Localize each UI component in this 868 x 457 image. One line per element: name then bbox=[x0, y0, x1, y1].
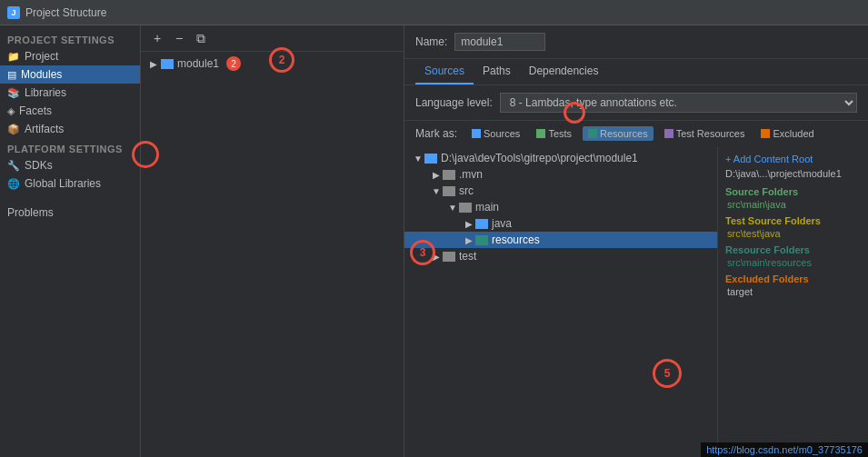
test-resources-color-dot bbox=[664, 129, 673, 138]
resources-color-dot bbox=[588, 129, 597, 138]
titlebar: J Project Structure bbox=[0, 0, 868, 25]
sidebar-item-label: Artifacts bbox=[25, 123, 64, 135]
tab-sources[interactable]: Sources bbox=[415, 59, 474, 84]
java-label: java bbox=[492, 217, 512, 230]
sidebar-item-label: Global Libraries bbox=[25, 177, 101, 190]
annotation-5-circle: 5 bbox=[653, 359, 682, 388]
test-label: test bbox=[459, 250, 476, 263]
tab-paths[interactable]: Paths bbox=[474, 59, 520, 84]
annotation-2-circle: 2 bbox=[269, 47, 294, 73]
mark-test-resources-label: Test Resources bbox=[676, 128, 745, 139]
module-badge: 2 bbox=[226, 56, 241, 71]
root-arrow: ▼ bbox=[412, 154, 424, 164]
mark-as-label: Mark as: bbox=[415, 127, 457, 140]
root-folder-icon bbox=[424, 154, 437, 164]
project-settings-label: Project Settings bbox=[0, 29, 140, 47]
test-source-folders-title: Test Source Folders bbox=[725, 215, 861, 226]
mark-test-resources-button[interactable]: Test Resources bbox=[659, 126, 751, 141]
tab-paths-label: Paths bbox=[483, 65, 511, 77]
source-folders-value: src\main\java bbox=[725, 199, 861, 210]
resources-arrow: ▶ bbox=[463, 235, 475, 245]
content-body: ▼ D:\java\devTools\gitrepo\project\modul… bbox=[404, 146, 868, 457]
mark-tests-button[interactable]: Tests bbox=[531, 126, 577, 141]
name-input[interactable] bbox=[454, 33, 545, 51]
modules-icon: ▤ bbox=[7, 69, 16, 81]
artifacts-icon: 📦 bbox=[7, 124, 20, 135]
facets-icon: ◈ bbox=[7, 105, 15, 117]
libraries-icon: 📚 bbox=[7, 87, 20, 99]
mark-excluded-button[interactable]: Excluded bbox=[755, 126, 819, 141]
language-level-label: Language level: bbox=[415, 96, 493, 109]
tree-item[interactable]: ▶ test bbox=[404, 248, 717, 264]
mark-resources-label: Resources bbox=[600, 128, 648, 139]
sidebar-item-project[interactable]: 📁 Project bbox=[0, 47, 140, 65]
tab-badge-circle bbox=[564, 102, 585, 124]
annotation-3-label: 3 bbox=[420, 246, 426, 259]
main-arrow: ▼ bbox=[446, 203, 459, 213]
language-level-row: Language level: 8 - Lambdas, type annota… bbox=[404, 85, 868, 121]
annotation-2-label: 2 bbox=[279, 54, 285, 66]
add-content-root-link[interactable]: + Add Content Root bbox=[725, 154, 861, 164]
content-header: Name: bbox=[404, 25, 868, 59]
excluded-color-dot bbox=[761, 129, 770, 138]
tree-item-resources[interactable]: ▶ resources bbox=[404, 232, 717, 248]
resources-folder-icon bbox=[475, 235, 488, 245]
sidebar-item-label: Project bbox=[25, 50, 58, 63]
sidebar-item-problems[interactable]: Problems bbox=[0, 204, 140, 222]
module-toolbar: + − ⧉ bbox=[141, 25, 404, 52]
sdks-icon: 🔧 bbox=[7, 160, 20, 172]
src-arrow: ▼ bbox=[430, 186, 443, 196]
name-label: Name: bbox=[415, 35, 447, 48]
sidebar-item-global-libraries[interactable]: 🌐 Global Libraries bbox=[0, 174, 140, 193]
artifacts-circle bbox=[132, 141, 159, 168]
java-arrow: ▶ bbox=[463, 219, 475, 229]
mark-tests-label: Tests bbox=[548, 128, 572, 139]
add-module-button[interactable]: + bbox=[148, 29, 166, 47]
tab-sources-label: Sources bbox=[424, 65, 464, 77]
tabs-bar: Sources Paths Dependencies bbox=[404, 59, 868, 85]
info-panel: + Add Content Root D:\java\...\project\m… bbox=[718, 146, 868, 457]
project-icon: 📁 bbox=[7, 51, 20, 63]
titlebar-title: Project Structure bbox=[25, 6, 106, 19]
sidebar-item-label: Libraries bbox=[25, 86, 66, 99]
tab-dependencies[interactable]: Dependencies bbox=[520, 59, 608, 84]
sidebar-item-facets[interactable]: ◈ Facets bbox=[0, 102, 140, 120]
tree-item[interactable]: ▼ main bbox=[404, 199, 717, 215]
src-folder-icon bbox=[443, 186, 455, 196]
module-folder-icon bbox=[161, 59, 174, 69]
platform-settings-label: Platform Settings bbox=[0, 138, 140, 156]
src-label: src bbox=[459, 184, 474, 197]
copy-module-button[interactable]: ⧉ bbox=[192, 29, 210, 47]
mark-sources-label: Sources bbox=[484, 128, 520, 139]
java-folder-icon bbox=[475, 219, 488, 229]
module-panel: + − ⧉ ▶ module1 2 bbox=[141, 25, 404, 457]
tree-item[interactable]: ▶ .mvn bbox=[404, 166, 717, 183]
sidebar-item-sdks[interactable]: 🔧 SDKs bbox=[0, 156, 140, 174]
test-source-folders-value: src\test\java bbox=[725, 228, 861, 239]
resource-folders-title: Resource Folders bbox=[725, 244, 861, 255]
language-level-select[interactable]: 8 - Lambdas, type annotations etc. bbox=[500, 93, 857, 113]
sidebar-item-label: Facets bbox=[19, 104, 52, 117]
mvn-arrow: ▶ bbox=[430, 170, 443, 180]
sidebar-item-modules[interactable]: ▤ Modules bbox=[0, 65, 140, 84]
main-label: main bbox=[475, 201, 499, 214]
tree-item[interactable]: ▼ src bbox=[404, 183, 717, 199]
sidebar-item-label: Modules bbox=[21, 68, 62, 81]
remove-module-button[interactable]: − bbox=[170, 29, 188, 47]
root-label: D:\java\devTools\gitrepo\project\module1 bbox=[441, 152, 638, 164]
app-icon: J bbox=[7, 6, 20, 19]
tree-item[interactable]: ▶ java bbox=[404, 215, 717, 232]
info-path: D:\java\...\project\module1 bbox=[725, 168, 861, 179]
main-layout: Project Settings 📁 Project ▤ Modules 📚 L… bbox=[0, 25, 868, 457]
mark-resources-button[interactable]: Resources bbox=[583, 126, 653, 141]
mark-as-row: Mark as: Sources Tests Resources Test Re… bbox=[404, 121, 868, 146]
sidebar-item-artifacts[interactable]: 📦 Artifacts bbox=[0, 120, 140, 138]
content-panel: Name: Sources Paths Dependencies Languag… bbox=[404, 25, 868, 457]
sidebar-item-libraries[interactable]: 📚 Libraries bbox=[0, 84, 140, 102]
file-tree: ▼ D:\java\devTools\gitrepo\project\modul… bbox=[404, 146, 718, 457]
tab-dependencies-label: Dependencies bbox=[529, 65, 599, 77]
sources-color-dot bbox=[472, 129, 481, 138]
annotation-3-circle: 3 bbox=[410, 240, 435, 265]
mark-sources-button[interactable]: Sources bbox=[466, 126, 525, 141]
tree-root[interactable]: ▼ D:\java\devTools\gitrepo\project\modul… bbox=[404, 150, 717, 166]
